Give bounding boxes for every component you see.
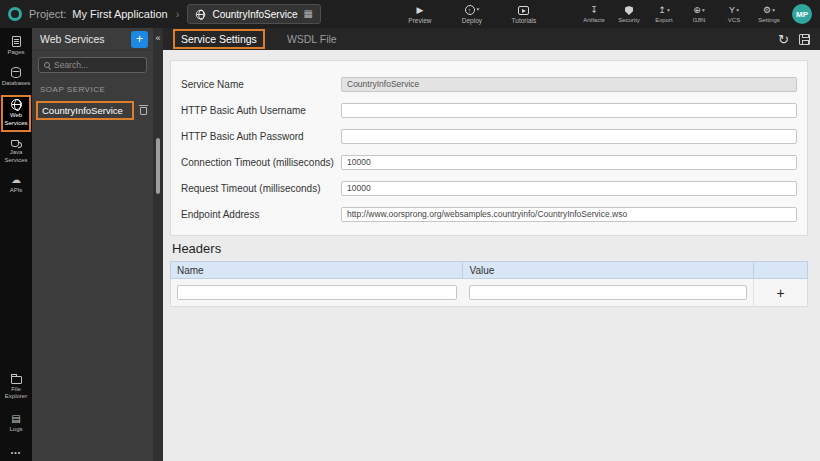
tutorials-label: Tutorials bbox=[512, 17, 537, 24]
scrollbar-thumb[interactable] bbox=[156, 138, 160, 194]
deploy-button[interactable]: ↑ ▾ Deploy bbox=[459, 5, 485, 24]
table-row: + bbox=[170, 279, 808, 307]
top-header: Project: My First Application › CountryI… bbox=[0, 0, 820, 28]
chevron-down-icon: ▾ bbox=[702, 8, 705, 14]
sidebar-item-logs[interactable]: ▤ Logs bbox=[1, 411, 31, 436]
collapse-panel-button[interactable]: « bbox=[153, 33, 163, 43]
breadcrumb-separator-icon: › bbox=[176, 8, 180, 20]
form-row: Connection Timeout (milliseconds) bbox=[181, 149, 797, 175]
deploy-icon: ↑ bbox=[465, 5, 475, 15]
add-header-button[interactable]: + bbox=[776, 286, 784, 300]
service-item-label[interactable]: CountryInfoService bbox=[36, 101, 134, 120]
header-name-input[interactable] bbox=[177, 285, 457, 300]
overflow-menu-icon[interactable]: ••• bbox=[0, 449, 32, 456]
header-value-input[interactable] bbox=[469, 285, 747, 300]
main-content: Service Settings WSDL File ↻ Service Nam… bbox=[163, 28, 820, 461]
artifacts-button[interactable]: ↧ Artifacts bbox=[583, 5, 605, 23]
auth-username-field[interactable] bbox=[341, 103, 797, 118]
form-row: Request Timeout (milliseconds) bbox=[181, 175, 797, 201]
panel-resize-strip: « bbox=[153, 28, 163, 461]
vcs-button[interactable]: Y ▾ VCS bbox=[723, 5, 745, 23]
sidebar-item-apis[interactable]: ☁ APIs bbox=[1, 172, 31, 197]
tutorials-icon bbox=[518, 6, 529, 15]
headers-section-title: Headers bbox=[172, 241, 820, 256]
tutorials-button[interactable]: Tutorials bbox=[511, 5, 537, 24]
export-icon: ↥ bbox=[658, 6, 666, 15]
connection-timeout-field[interactable] bbox=[341, 155, 797, 170]
panel-header: Web Services + bbox=[32, 28, 153, 51]
project-breadcrumb: Project: My First Application bbox=[29, 8, 168, 20]
security-button[interactable]: Security bbox=[618, 5, 640, 23]
pages-label: Pages bbox=[1, 49, 31, 57]
sidebar-item-databases[interactable]: Databases bbox=[1, 65, 31, 90]
service-name-field[interactable] bbox=[341, 77, 797, 92]
chevron-down-icon: ▾ bbox=[667, 8, 670, 14]
chevron-down-icon: ▾ bbox=[736, 8, 739, 14]
logs-icon: ▤ bbox=[11, 413, 20, 424]
auth-username-label: HTTP Basic Auth Username bbox=[181, 105, 341, 116]
tool-actions: ↧ Artifacts Security ↥ ▾ Export ⊕ ▾ I18N bbox=[583, 5, 780, 23]
web-services-panel: Web Services + SOAP SERVICE CountryInfoS… bbox=[32, 28, 153, 461]
endpoint-address-label: Endpoint Address bbox=[181, 209, 341, 220]
grid-icon[interactable]: ▦ bbox=[303, 9, 312, 19]
form-row: HTTP Basic Auth Username bbox=[181, 97, 797, 123]
app-window: Project: My First Application › CountryI… bbox=[0, 0, 820, 461]
app-logo-icon[interactable] bbox=[8, 7, 22, 21]
sidebar-item-java-services[interactable]: Java Services bbox=[1, 138, 31, 166]
save-icon[interactable] bbox=[799, 34, 810, 45]
i18n-label: I18N bbox=[693, 17, 706, 23]
deploy-label: Deploy bbox=[462, 17, 482, 24]
icon-rail: Pages Databases Web Services Java Servic… bbox=[0, 28, 32, 461]
databases-label: Databases bbox=[1, 80, 31, 88]
export-label: Export bbox=[655, 17, 672, 23]
sidebar-item-pages[interactable]: Pages bbox=[1, 34, 31, 59]
preview-label: Preview bbox=[408, 17, 431, 24]
vcs-label: VCS bbox=[728, 17, 740, 23]
request-timeout-label: Request Timeout (milliseconds) bbox=[181, 183, 341, 194]
i18n-button[interactable]: ⊕ ▾ I18N bbox=[688, 5, 710, 23]
shield-icon bbox=[625, 6, 633, 15]
logs-label: Logs bbox=[1, 426, 31, 434]
settings-label: Settings bbox=[758, 17, 780, 23]
tab-bar: Service Settings WSDL File ↻ bbox=[163, 28, 820, 50]
refresh-icon[interactable]: ↻ bbox=[778, 33, 789, 46]
list-item-countryinfoservice[interactable]: CountryInfoService bbox=[32, 98, 153, 123]
search-input[interactable] bbox=[54, 60, 141, 70]
settings-button[interactable]: ⚙ ▾ Settings bbox=[758, 5, 780, 23]
web-services-label: Web Services bbox=[1, 112, 31, 127]
sidebar-item-file-explorer[interactable]: File Explorer bbox=[1, 371, 31, 403]
form-row: HTTP Basic Auth Password bbox=[181, 123, 797, 149]
tab-service-settings[interactable]: Service Settings bbox=[173, 29, 265, 49]
tab-bar-actions: ↻ bbox=[778, 33, 810, 46]
avatar[interactable]: MP bbox=[792, 4, 812, 24]
chevron-down-icon: ▾ bbox=[477, 7, 480, 13]
sidebar-item-web-services[interactable]: Web Services bbox=[1, 95, 31, 132]
request-timeout-field[interactable] bbox=[341, 181, 797, 196]
section-title: SOAP SERVICE bbox=[32, 79, 153, 98]
add-webservice-button[interactable]: + bbox=[131, 31, 148, 48]
endpoint-address-field[interactable] bbox=[341, 207, 797, 222]
gear-icon: ⚙ bbox=[763, 6, 771, 15]
preview-button[interactable]: ▶ Preview bbox=[407, 5, 433, 24]
primary-actions: ▶ Preview ↑ ▾ Deploy Tutorials bbox=[407, 5, 537, 24]
service-settings-form: Service Name HTTP Basic Auth Username HT… bbox=[170, 60, 808, 236]
form-row: Service Name bbox=[181, 71, 797, 97]
service-selector[interactable]: CountryInfoService ▦ bbox=[187, 4, 321, 24]
auth-password-field[interactable] bbox=[341, 129, 797, 144]
service-selector-label: CountryInfoService bbox=[212, 9, 297, 20]
folder-icon bbox=[11, 376, 22, 384]
column-header-action bbox=[753, 262, 807, 278]
trash-icon[interactable] bbox=[140, 107, 147, 115]
webservice-icon bbox=[196, 9, 205, 18]
search-box[interactable] bbox=[38, 57, 147, 73]
project-name[interactable]: My First Application bbox=[72, 8, 167, 20]
export-button[interactable]: ↥ ▾ Export bbox=[653, 5, 675, 23]
artifacts-icon: ↧ bbox=[590, 6, 598, 15]
chevron-down-icon: ▾ bbox=[772, 8, 775, 14]
column-header-name: Name bbox=[171, 262, 462, 278]
globe-icon bbox=[11, 99, 22, 110]
search-icon bbox=[44, 62, 50, 68]
apis-label: APIs bbox=[1, 187, 31, 195]
tab-wsdl-file[interactable]: WSDL File bbox=[281, 31, 343, 47]
file-explorer-label: File Explorer bbox=[1, 386, 31, 401]
